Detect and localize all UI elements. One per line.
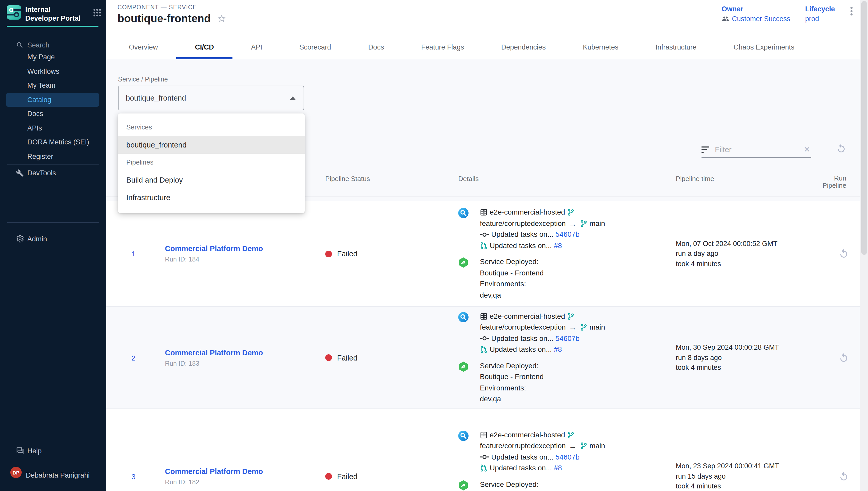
tab[interactable]: Docs xyxy=(350,37,403,59)
service-pipeline-select[interactable]: boutique_frontend xyxy=(118,86,304,110)
dropdown-item[interactable]: Infrastructure xyxy=(118,189,305,206)
user-avatar[interactable]: DP xyxy=(10,467,22,478)
repository-icon xyxy=(480,431,488,439)
tab[interactable]: Kubernetes xyxy=(564,37,637,59)
dropdown-item[interactable]: Pipelines xyxy=(118,154,305,171)
sidebar-item[interactable]: Register xyxy=(6,149,99,164)
app-root: Internal Developer Portal Search My Page xyxy=(0,0,868,491)
cd-line: Service Deployed: xyxy=(480,479,544,490)
tab-label: Dependencies xyxy=(501,43,546,51)
filter-input[interactable] xyxy=(714,145,803,154)
sidebar-divider xyxy=(7,164,99,165)
sidebar-item-admin[interactable]: Admin xyxy=(0,232,106,246)
pull-request-icon xyxy=(480,346,488,353)
rerun-pipeline-icon[interactable] xyxy=(839,471,849,482)
pr-number-link[interactable]: #8 xyxy=(554,463,562,474)
sidebar-item-devtools[interactable]: DevTools xyxy=(0,166,106,179)
source-branch[interactable]: feature/corruptedexception xyxy=(480,440,566,452)
sidebar-item[interactable]: Workflows xyxy=(6,64,99,78)
table-row: 1 Commercial Platform Demo Run ID: 184 F… xyxy=(106,201,860,307)
pr-message: Updated tasks on... xyxy=(490,463,552,474)
sidebar-item[interactable]: Catalog xyxy=(6,93,99,107)
commit-hash-link[interactable]: 54607b xyxy=(555,452,579,463)
source-branch[interactable]: feature/corruptedexception xyxy=(480,218,566,229)
clear-filter-icon[interactable]: ✕ xyxy=(803,145,811,154)
help-chat-icon: ? xyxy=(16,446,24,455)
commit-message: Updated tasks on... xyxy=(491,333,553,344)
tab[interactable]: CI/CD xyxy=(177,37,233,59)
tab-label: Scorecard xyxy=(300,43,331,51)
sidebar-item[interactable]: Docs xyxy=(6,107,99,121)
pr-number-link[interactable]: #8 xyxy=(554,240,562,251)
table-row: 3 Commercial Platform Demo Run ID: 182 F… xyxy=(106,409,860,491)
sidebar-item[interactable]: DORA Metrics (SEI) xyxy=(6,135,99,149)
tab[interactable]: API xyxy=(232,37,281,59)
tab-label: Overview xyxy=(129,43,158,51)
tab[interactable]: Chaos Experiments xyxy=(715,37,813,59)
target-branch[interactable]: main xyxy=(589,440,605,452)
tab-label: Feature Flags xyxy=(421,43,464,51)
column-header-status: Pipeline Status xyxy=(314,175,453,189)
favorite-star-icon[interactable] xyxy=(217,14,226,23)
sidebar-search[interactable]: Search xyxy=(0,38,106,52)
sidebar-item[interactable]: APIs xyxy=(6,121,99,135)
sidebar-item[interactable]: My Page xyxy=(6,50,99,64)
tab[interactable]: Dependencies xyxy=(483,37,564,59)
owner-link[interactable]: Customer Success xyxy=(732,15,790,23)
ci-details: e2e-commercial-hosted feature/corruptede… xyxy=(458,429,670,474)
failed-status-dot xyxy=(325,473,332,480)
pipeline-name-link[interactable]: Commercial Platform Demo xyxy=(165,348,314,357)
sidebar-item[interactable]: My Team xyxy=(6,78,99,93)
status-text: Failed xyxy=(337,353,358,362)
run-duration: took 4 minutes xyxy=(676,363,819,373)
commit-hash-link[interactable]: 54607b xyxy=(555,333,579,344)
cd-line: Environments: xyxy=(480,279,544,290)
repository-icon xyxy=(480,313,488,320)
tab[interactable]: Overview xyxy=(110,37,177,59)
run-timestamp: Mon, 23 Sep 2024 00:00:41 GMT xyxy=(676,461,819,471)
dropdown-item[interactable]: boutique_frontend xyxy=(118,136,305,154)
scrollbar-thumb[interactable] xyxy=(861,1,867,255)
refresh-icon[interactable] xyxy=(836,143,846,154)
cd-line: Environments: xyxy=(480,382,544,394)
target-branch[interactable]: main xyxy=(589,218,605,229)
sidebar-accent-divider xyxy=(7,26,98,27)
rerun-pipeline-icon[interactable] xyxy=(839,249,849,259)
commit-hash-link[interactable]: 54607b xyxy=(555,229,579,240)
sidebar-user[interactable]: DP Debabrata Panigrahi xyxy=(0,468,106,482)
pipeline-name-link[interactable]: Commercial Platform Demo xyxy=(165,467,314,475)
target-branch[interactable]: main xyxy=(589,322,605,333)
rerun-pipeline-icon[interactable] xyxy=(839,352,849,363)
cd-line: Boutique - Frontend xyxy=(480,371,544,382)
cd-stage-icon xyxy=(458,361,468,372)
pipeline-name-link[interactable]: Commercial Platform Demo xyxy=(165,244,314,253)
repo-name[interactable]: e2e-commercial-hosted xyxy=(490,207,565,218)
pr-number-link[interactable]: #8 xyxy=(554,344,562,355)
people-icon xyxy=(722,15,730,23)
kebab-menu-icon[interactable] xyxy=(847,7,856,15)
source-branch[interactable]: feature/corruptedexception xyxy=(480,322,566,333)
dropdown-item-label: Pipelines xyxy=(126,158,154,166)
tab[interactable]: Feature Flags xyxy=(403,37,483,59)
vertical-scrollbar[interactable] xyxy=(860,0,868,491)
cd-details: Service Deployed: Boutique - Frontend En… xyxy=(458,479,670,491)
devtools-label: DevTools xyxy=(27,169,56,177)
apps-grid-icon[interactable] xyxy=(93,9,101,17)
sidebar-item-label: My Team xyxy=(6,82,55,89)
tab[interactable]: Infrastructure xyxy=(637,37,715,59)
run-duration: took 4 minutes xyxy=(676,482,819,491)
dropdown-item[interactable]: Services xyxy=(118,119,305,136)
commit-message: Updated tasks on... xyxy=(491,452,553,463)
dropdown-item[interactable]: Build and Deploy xyxy=(118,171,305,189)
tab[interactable]: Scorecard xyxy=(281,37,350,59)
repo-name[interactable]: e2e-commercial-hosted xyxy=(490,429,565,440)
row-number: 3 xyxy=(118,472,149,481)
cd-line: Boutique - Frontend xyxy=(480,267,544,279)
sidebar-item-help[interactable]: ? Help xyxy=(0,444,106,458)
repo-name[interactable]: e2e-commercial-hosted xyxy=(490,311,565,322)
tab-label: Chaos Experiments xyxy=(734,43,795,51)
sidebar-item-label: Register xyxy=(6,153,53,161)
entity-kind-eyebrow: COMPONENT — SERVICE xyxy=(118,4,197,10)
git-branch-icon xyxy=(580,442,587,450)
owner-meta: Owner Customer Success xyxy=(722,5,790,23)
